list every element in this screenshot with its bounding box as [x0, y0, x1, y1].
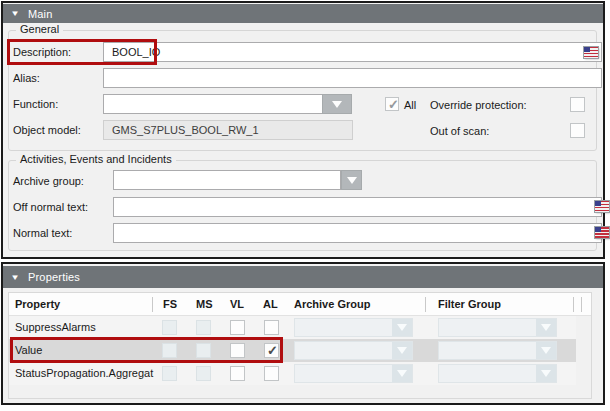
chevron-down-icon[interactable] — [392, 319, 412, 336]
archive-group-cell-dropdown[interactable] — [294, 364, 413, 383]
object-model-label: Object model: — [13, 124, 81, 136]
archive-group-cell-dropdown[interactable] — [294, 318, 413, 337]
ms-checkbox[interactable] — [196, 320, 211, 335]
al-checkbox[interactable] — [264, 320, 279, 335]
function-dropdown-button[interactable] — [322, 94, 352, 114]
col-header-property: Property — [15, 298, 60, 310]
alias-label: Alias: — [13, 72, 40, 84]
col-header-fs: FS — [163, 298, 177, 310]
properties-section-title: Properties — [28, 271, 80, 283]
function-label: Function: — [13, 98, 58, 110]
property-name: Value — [15, 344, 161, 356]
vl-checkbox[interactable] — [230, 320, 245, 335]
al-checkbox[interactable] — [264, 366, 279, 381]
al-checkbox[interactable] — [264, 343, 279, 358]
archive-group-cell-dropdown[interactable] — [294, 341, 413, 360]
override-protection-checkbox[interactable] — [570, 97, 585, 112]
chevron-down-icon[interactable] — [536, 365, 556, 382]
normal-text-input[interactable] — [113, 223, 602, 243]
chevron-down-icon — [332, 101, 342, 108]
column-separator — [581, 297, 582, 312]
alias-input[interactable] — [103, 68, 602, 88]
off-normal-text-label: Off normal text: — [13, 201, 88, 213]
filter-group-cell-dropdown[interactable] — [438, 318, 557, 337]
collapse-properties-icon[interactable]: ▼ — [10, 273, 20, 282]
description-input[interactable] — [103, 42, 602, 62]
filter-group-cell-dropdown[interactable] — [438, 364, 557, 383]
off-normal-text-input[interactable] — [113, 197, 602, 217]
activities-groupbox-title: Activities, Events and Incidents — [16, 154, 176, 165]
property-name: StatusPropagation.Aggregat — [15, 367, 161, 379]
col-header-al: AL — [263, 298, 278, 310]
vl-checkbox[interactable] — [230, 366, 245, 381]
vl-checkbox[interactable] — [230, 343, 245, 358]
properties-table: Property FS MS VL AL Archive Group Filte… — [8, 292, 592, 399]
object-model-value: GMS_S7PLUS_BOOL_RW_1 — [103, 120, 353, 140]
archive-group-label: Archive group: — [13, 175, 84, 187]
description-label: Description: — [13, 46, 71, 58]
fs-checkbox[interactable] — [162, 343, 177, 358]
override-protection-label: Override protection: — [430, 99, 527, 111]
chevron-down-icon — [347, 177, 357, 184]
all-checkbox[interactable] — [385, 97, 399, 111]
editor-window: ▼ Main General Description: Alias: Funct… — [0, 0, 610, 411]
properties-table-header: Property FS MS VL AL Archive Group Filte… — [9, 293, 591, 316]
archive-group-dropdown-button[interactable] — [341, 170, 362, 190]
language-flag-icon[interactable] — [584, 47, 598, 58]
column-separator — [152, 297, 153, 312]
archive-group-input[interactable] — [113, 170, 341, 190]
language-flag-icon[interactable] — [595, 227, 609, 238]
out-of-scan-label: Out of scan: — [430, 125, 489, 137]
normal-text-label: Normal text: — [13, 227, 72, 239]
function-input[interactable] — [103, 94, 323, 114]
column-separator — [573, 297, 574, 312]
fs-checkbox[interactable] — [162, 366, 177, 381]
col-header-ms: MS — [196, 298, 213, 310]
col-header-archive-group: Archive Group — [294, 298, 370, 310]
fs-checkbox[interactable] — [162, 320, 177, 335]
table-row-statuspropagation[interactable]: StatusPropagation.Aggregat — [9, 362, 576, 385]
main-section-header[interactable]: ▼ Main — [3, 4, 603, 23]
chevron-down-icon[interactable] — [392, 365, 412, 382]
all-label: All — [404, 99, 416, 111]
ms-checkbox[interactable] — [196, 343, 211, 358]
chevron-down-icon[interactable] — [536, 319, 556, 336]
col-header-vl: VL — [230, 298, 244, 310]
table-row-value[interactable]: Value — [9, 339, 576, 362]
collapse-main-icon[interactable]: ▼ — [10, 9, 20, 18]
col-header-filter-group: Filter Group — [438, 298, 501, 310]
properties-section-header[interactable]: ▼ Properties — [3, 266, 603, 288]
out-of-scan-checkbox[interactable] — [570, 123, 585, 138]
main-section-title: Main — [28, 8, 53, 20]
property-name: SuppressAlarms — [15, 321, 161, 333]
general-groupbox-title: General — [16, 24, 63, 35]
column-separator — [425, 297, 426, 312]
chevron-down-icon[interactable] — [392, 342, 412, 359]
chevron-down-icon[interactable] — [536, 342, 556, 359]
filter-group-cell-dropdown[interactable] — [438, 341, 557, 360]
ms-checkbox[interactable] — [196, 366, 211, 381]
language-flag-icon[interactable] — [595, 201, 609, 212]
table-row-suppressalarms[interactable]: SuppressAlarms — [9, 316, 576, 339]
